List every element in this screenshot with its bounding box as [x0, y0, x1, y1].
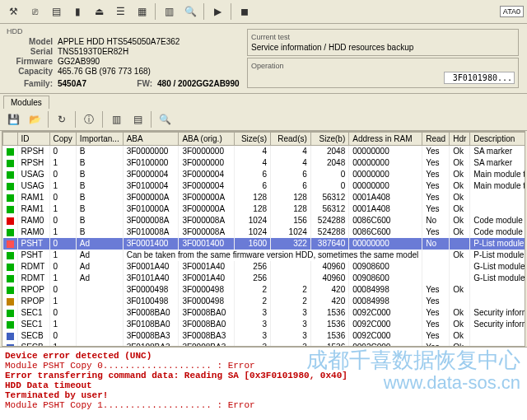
tool-chip-icon[interactable]: ▤: [46, 2, 66, 21]
col-aba-orig[interactable]: ABA (orig.): [179, 133, 235, 146]
firmware-value: GG2AB990: [58, 57, 100, 66]
table-row[interactable]: USAG0B3F00000043F000000466000000000YesOk…: [3, 169, 526, 180]
current-test-title: Current test: [251, 33, 515, 41]
tool-play-icon[interactable]: ▶: [208, 2, 227, 21]
table-row[interactable]: RDMT0Ad3F0001A403F0001A40256409600090860…: [3, 261, 526, 273]
mod-refresh-icon[interactable]: ↻: [52, 110, 72, 129]
tool-hex-icon[interactable]: ▥: [159, 2, 179, 21]
table-row[interactable]: RDMT1Ad3F0101A403F0001A40256409600090860…: [3, 273, 526, 284]
fw-value: 480 / 2002GG2AB990: [157, 79, 240, 88]
col-size-s[interactable]: Size(s): [235, 133, 271, 146]
model-label: Model: [7, 37, 53, 46]
tab-modules[interactable]: Modules: [3, 96, 49, 109]
table-row[interactable]: RAM00B3F000008A3F000008A1024156524288008…: [3, 215, 526, 226]
module-grid[interactable]: ID Copy Importan... ABA ABA (orig.) Size…: [2, 131, 525, 347]
main-toolbar: ⚒ ⎚ ▤ ▮ ⏏ ☰ ▦ ▥ 🔍 ▶ ◼ ATA0: [0, 0, 527, 24]
current-test-group: Current test Service information / HDD r…: [247, 29, 519, 56]
col-read[interactable]: Read: [422, 133, 450, 146]
operation-group: Operation 3F0101980...: [247, 58, 519, 88]
table-row[interactable]: RAM01B3F010008A3F000008A1024102452428800…: [3, 226, 526, 238]
mod-info-icon[interactable]: ⓘ: [79, 110, 99, 129]
table-row[interactable]: RPSH0B3F00000003F000000044204800000000Ye…: [3, 146, 526, 157]
col-read-s[interactable]: Read(s): [271, 133, 311, 146]
hdd-section-label: HDD: [7, 27, 245, 35]
operation-value: 3F0101980...: [444, 72, 515, 84]
col-desc[interactable]: Description: [470, 133, 525, 146]
tool-find-icon[interactable]: 🔍: [180, 2, 200, 21]
mod-hex-icon[interactable]: ▥: [106, 110, 126, 129]
model-value: APPLE HDD HTS545050A7E362: [58, 37, 180, 46]
mod-save-icon[interactable]: 💾: [3, 110, 23, 129]
table-row[interactable]: SEC103F0008BA03F0008BA03315360092C000Yes…: [3, 307, 526, 319]
tool-utils-icon[interactable]: ⚒: [3, 2, 23, 21]
col-size-b[interactable]: Size(b): [310, 133, 348, 146]
mod-edit-icon[interactable]: ▤: [128, 110, 147, 129]
operation-label: Operation: [251, 62, 515, 70]
tool-drives-icon[interactable]: ▮: [68, 2, 87, 21]
table-row[interactable]: PSHT1AdCan be taken from the same firmwa…: [3, 250, 526, 261]
log-line: HDD Data timeout: [5, 380, 92, 390]
hdd-info-panel: HDD ModelAPPLE HDD HTS545050A7E362 Seria…: [0, 24, 527, 94]
ata-port-label: ATA0: [500, 6, 524, 17]
table-row[interactable]: RAM11B3F010000A3F000000A128128563120001A…: [3, 203, 526, 215]
log-line: Terminated by user!: [5, 390, 108, 400]
tool-ports-icon[interactable]: ⎚: [25, 2, 44, 21]
table-row[interactable]: RAM10B3F000000A3F000000A128128563120001A…: [3, 192, 526, 203]
table-row[interactable]: SEC113F0108BA03F0008BA03315360092C000Yes…: [3, 319, 526, 330]
log-line: Module PSHT Copy 0.................... :…: [5, 361, 255, 371]
separator: [203, 3, 204, 20]
log-panel: Device error detected (UNC) Module PSHT …: [0, 347, 527, 420]
capacity-value: 465.76 GB (976 773 168): [58, 67, 151, 76]
col-importance[interactable]: Importan...: [76, 133, 123, 146]
log-line: Error transferring command data: Reading…: [5, 371, 347, 380]
firmware-label: Firmware: [7, 57, 53, 66]
modules-toolbar: 💾 📂 ↻ ⓘ ▥ ▤ 🔍: [0, 109, 527, 131]
separator: [151, 111, 152, 128]
separator: [48, 111, 49, 128]
separator: [75, 111, 76, 128]
tool-stop-icon[interactable]: ◼: [235, 2, 254, 21]
col-hdr[interactable]: Hdr: [450, 133, 470, 146]
tool-grid-icon[interactable]: ▦: [132, 2, 152, 21]
capacity-label: Capacity: [7, 67, 53, 76]
separator: [155, 3, 156, 20]
col-id[interactable]: ID: [17, 133, 49, 146]
table-row[interactable]: RPOP03F00004983F00004982242000084998YesO…: [3, 284, 526, 296]
serial-value: TNS5193T0ER82H: [58, 47, 128, 56]
table-row[interactable]: RPOP13F01004983F00004982242000084998Yes: [3, 296, 526, 307]
current-test-desc: Service information / HDD resources back…: [251, 43, 515, 52]
mod-find-icon[interactable]: 🔍: [155, 110, 175, 129]
mod-open-icon[interactable]: 📂: [25, 110, 44, 129]
col-aba[interactable]: ABA: [123, 133, 179, 146]
module-table: ID Copy Importan... ABA ABA (orig.) Size…: [2, 132, 525, 347]
tool-scan-icon[interactable]: ☰: [110, 2, 130, 21]
table-row[interactable]: PSHT0Ad3F00014003F0001400160032238764000…: [3, 238, 526, 250]
tool-eject-icon[interactable]: ⏏: [89, 2, 109, 21]
log-line: Module PSHT Copy 1.................... :…: [5, 400, 255, 410]
table-row[interactable]: SECB03F0008BA33F0008BA33315360092C000Yes…: [3, 330, 526, 342]
log-line: Device error detected (UNC): [5, 351, 152, 361]
family-value: 5450A7: [58, 79, 86, 88]
fw-label: FW:: [119, 79, 152, 88]
col-addr-ram[interactable]: Address in RAM: [349, 133, 422, 146]
table-row[interactable]: USAG1B3F01000043F000000466000000000YesOk…: [3, 180, 526, 192]
table-row[interactable]: RPSH1B3F01000003F000000044204800000000Ye…: [3, 157, 526, 169]
serial-label: Serial: [7, 47, 53, 56]
separator: [102, 111, 103, 128]
separator: [231, 3, 231, 20]
family-label: Family:: [7, 79, 53, 88]
col-copy[interactable]: Copy: [49, 133, 76, 146]
